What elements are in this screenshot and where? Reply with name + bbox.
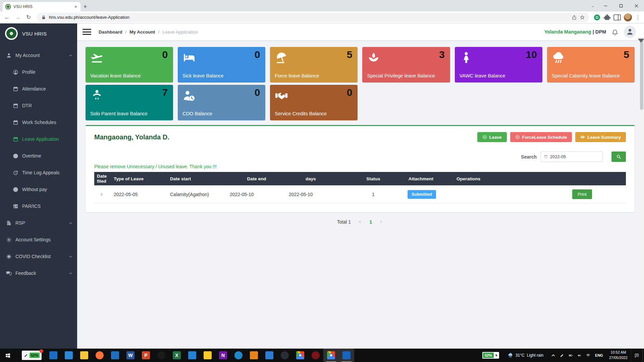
card-value: 5 — [347, 49, 353, 60]
sidebar-item-label: Leave Application — [22, 136, 59, 142]
balance-card: 5 Special Calamity leave Balance — [547, 47, 635, 82]
sidebar-item[interactable]: Work Schedules — [0, 114, 77, 131]
sidebar-item[interactable]: COVID Checklist — [0, 248, 77, 265]
taskbar-app-icon[interactable] — [184, 349, 200, 362]
pagination-next-icon[interactable] — [379, 220, 383, 224]
sidebar-item[interactable]: RSP — [0, 215, 77, 231]
action-button[interactable]: Leave — [477, 132, 507, 142]
forward-icon[interactable]: → — [13, 12, 23, 22]
page-scrollbar[interactable] — [639, 23, 644, 349]
extension-icon[interactable]: G — [592, 13, 602, 22]
taskbar-app-icon[interactable] — [61, 349, 76, 362]
sidebar-item[interactable]: Time Log Appeals — [0, 164, 77, 181]
taskbar-app-icon[interactable]: W — [123, 349, 138, 362]
chevron-icon — [69, 54, 72, 57]
sidebar-item-label: Work Schedules — [22, 120, 56, 125]
taskbar-app-icon[interactable] — [246, 349, 262, 362]
taskbar-app-icon[interactable] — [92, 349, 107, 362]
sidebar-item-label: Time Log Appeals — [22, 170, 60, 175]
sidebar-item[interactable]: PAR/ICS — [0, 198, 77, 215]
sidebar-item[interactable]: Leave Application — [0, 131, 77, 147]
address-bar[interactable]: hris.vsu.edu.ph/account/leave-Applicatio… — [37, 13, 589, 22]
taskbar-app-icon[interactable] — [262, 349, 277, 362]
search-input[interactable] — [550, 154, 600, 159]
network-icon[interactable] — [584, 351, 592, 360]
breadcrumb-item[interactable]: My Account — [129, 29, 155, 35]
taskbar-app-icon[interactable] — [154, 349, 169, 362]
taskbar-app-icon[interactable] — [231, 349, 246, 362]
taskbar-app-icon[interactable]: N — [215, 349, 231, 362]
action-button[interactable]: ForceLeave Schedule — [510, 132, 572, 142]
browser-tab[interactable]: VSU HRIS × — [3, 2, 80, 11]
sidebar-item[interactable]: Without pay — [0, 181, 77, 198]
tab-close-icon[interactable]: × — [74, 4, 78, 9]
share-icon[interactable] — [572, 15, 577, 20]
side-panel-icon[interactable] — [612, 13, 622, 22]
new-tab-button[interactable]: + — [80, 2, 90, 11]
bookmark-star-icon[interactable] — [580, 15, 585, 20]
taskbar-app-icon[interactable] — [76, 349, 92, 362]
breadcrumb-item[interactable]: Dashboard — [99, 29, 122, 35]
avatar-caret-down-icon — [637, 36, 640, 39]
card-value: 3 — [439, 49, 445, 60]
app-tile — [157, 351, 165, 359]
browser-profile-avatar[interactable] — [624, 13, 632, 21]
battery-icon[interactable] — [567, 351, 575, 360]
back-icon[interactable]: ← — [2, 12, 12, 22]
window-minimize-button[interactable] — [598, 0, 613, 11]
taskbar-app-icon[interactable] — [46, 349, 61, 362]
sidebar-item-icon — [13, 187, 18, 192]
sidebar-item-icon — [6, 270, 12, 276]
extensions-puzzle-icon[interactable] — [602, 13, 612, 22]
action-center-icon[interactable] — [631, 349, 642, 362]
taskbar-app-icon[interactable] — [308, 349, 323, 362]
card-value: 7 — [162, 87, 168, 98]
window-close-button[interactable] — [629, 0, 644, 11]
battery-widget[interactable]: 52% — [22, 351, 42, 360]
row-expand-chevron-icon[interactable] — [100, 192, 104, 196]
sidebar-item[interactable]: My Account — [0, 47, 77, 64]
taskbar-app-icon[interactable] — [292, 349, 308, 362]
window-maximize-button[interactable] — [613, 0, 629, 11]
sidebar-item[interactable]: Account Settings — [0, 231, 77, 248]
search-button[interactable] — [611, 152, 626, 162]
sidebar-item[interactable]: DTR — [0, 97, 77, 114]
sidebar-item[interactable]: Profile — [0, 64, 77, 80]
taskbar-app-icon[interactable] — [200, 349, 215, 362]
sidebar-item-label: Without pay — [22, 187, 47, 192]
reload-icon[interactable]: ↻ — [23, 12, 34, 22]
url-text[interactable]: hris.vsu.edu.ph/account/leave-Applicatio… — [49, 15, 569, 20]
clock[interactable]: 10:52 AM 27/05/2022 — [609, 350, 628, 361]
taskbar-app-icon[interactable] — [277, 349, 292, 362]
browser-menu-kebab-icon[interactable]: ⋮ — [634, 14, 642, 20]
taskbar-app-icon[interactable] — [107, 349, 123, 362]
print-button[interactable]: Print — [572, 189, 592, 199]
volume-icon[interactable] — [575, 351, 583, 360]
hidden-icons-chevron-icon[interactable] — [549, 351, 557, 360]
start-button[interactable] — [0, 349, 16, 362]
sidebar-item[interactable]: Feedback — [0, 265, 77, 282]
show-desktop-button[interactable] — [642, 349, 644, 362]
taskbar-app-icon[interactable]: X — [169, 349, 184, 362]
breadcrumb-item[interactable]: Leave Application — [162, 29, 198, 35]
user-avatar[interactable] — [624, 26, 636, 38]
action-button[interactable]: Leave Summary — [575, 132, 626, 142]
app-tile — [265, 351, 273, 359]
app-tile — [65, 351, 73, 359]
tray-battery-widget[interactable]: 52% — [482, 352, 499, 359]
pagination-page-1[interactable]: 1 — [369, 219, 372, 225]
notifications-bell-icon[interactable] — [611, 28, 619, 36]
hamburger-menu-icon[interactable] — [83, 29, 91, 35]
tab-search-caret-icon[interactable]: ⌄ — [588, 4, 598, 8]
pagination-prev-icon[interactable] — [358, 220, 362, 224]
taskbar-app-icon[interactable] — [323, 349, 339, 362]
language-indicator[interactable]: ENG — [595, 353, 603, 357]
card-icon — [90, 51, 104, 64]
sidebar-item[interactable]: Attendance — [0, 80, 77, 97]
taskbar-app-icon[interactable]: P — [138, 349, 154, 362]
sidebar-item[interactable]: Overtime — [0, 147, 77, 164]
taskbar-app-icon[interactable] — [339, 349, 354, 362]
weather-widget[interactable]: 31°C Light rain — [508, 353, 543, 358]
pen-tray-icon[interactable] — [558, 351, 566, 360]
sidebar-item-icon — [6, 237, 12, 243]
